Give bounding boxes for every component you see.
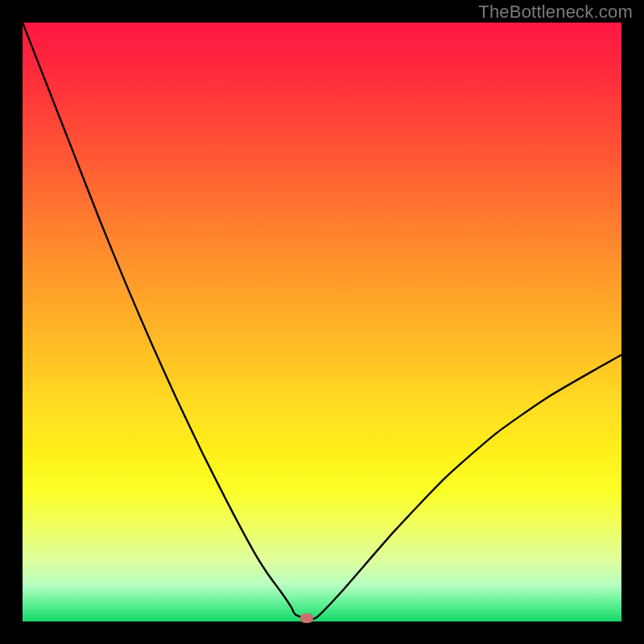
bottleneck-curve [23, 23, 621, 621]
chart-frame: TheBottleneck.com [0, 0, 644, 644]
plot-area [23, 23, 621, 621]
watermark-text: TheBottleneck.com [478, 2, 633, 23]
optimal-point-marker [300, 613, 313, 623]
